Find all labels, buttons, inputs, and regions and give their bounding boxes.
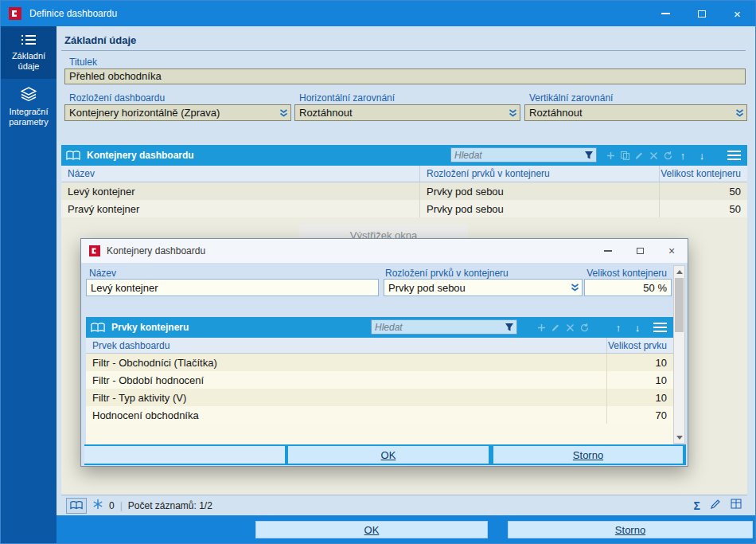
grid-edit-icon[interactable] (731, 499, 742, 512)
ok-button[interactable]: OK (288, 446, 489, 464)
table-row[interactable]: Levý kontejner Prvky pod sebou 50 (61, 182, 747, 200)
cell-velikost: 10 (606, 371, 673, 389)
edit-record-icon (634, 151, 645, 161)
window-controls: × (648, 1, 755, 26)
footer-bar: OK Storno (57, 515, 755, 543)
refresh-icon (579, 323, 590, 333)
chevron-down-icon[interactable] (505, 105, 520, 120)
table-row[interactable]: Filtr - Období hodnocení 10 (86, 371, 673, 389)
app-logo-icon (9, 7, 21, 20)
column-header-velikost[interactable]: Velikost kontejneru (659, 166, 747, 182)
list-icon (21, 37, 37, 48)
status-bar-tools: Σ (694, 499, 742, 512)
containers-grid-column-headers: Název Rozložení prvků v kontejneru Velik… (61, 166, 747, 182)
layout-select[interactable]: Prvky pod sebou (384, 279, 583, 296)
table-row[interactable]: Hodnocení obchodníka 70 (86, 406, 673, 424)
scroll-down-icon[interactable] (674, 432, 684, 443)
layout-select-value: Kontejnery horizontálně (Zprava) (65, 107, 276, 119)
table-row[interactable]: Pravý kontejner Prvky pod sebou 50 (61, 200, 747, 217)
size-input[interactable]: 50 % (584, 279, 672, 296)
nazev-input[interactable]: Levý kontejner (86, 279, 379, 296)
column-header-rozlozeni[interactable]: Rozložení prvků v kontejneru (419, 166, 659, 182)
elements-search (371, 319, 517, 335)
move-down-icon[interactable]: ↓ (695, 145, 709, 166)
move-up-icon[interactable]: ↑ (611, 317, 625, 338)
cell-velikost: 10 (606, 354, 673, 371)
app-logo-icon (89, 245, 100, 256)
scrollbar-thumb[interactable] (675, 278, 684, 332)
move-down-icon[interactable]: ↓ (630, 317, 645, 338)
move-up-icon[interactable]: ↑ (676, 145, 690, 166)
delete-record-icon (565, 323, 575, 333)
sidebar: Základní údaje Integrační parametry (1, 26, 57, 543)
column-header-velikost[interactable]: Velikost prvku (606, 338, 673, 353)
minimize-button[interactable] (648, 1, 684, 26)
cell-nazev: Pravý kontejner (61, 200, 419, 217)
layout-select[interactable]: Kontejnery horizontálně (Zprava) (64, 104, 291, 121)
container-detail-dialog: Kontejnery dashboardu × Název Rozložení … (80, 238, 688, 467)
chevron-down-icon[interactable] (276, 105, 290, 120)
table-row[interactable]: Filtr - Typ aktivity (V) 10 (86, 389, 673, 406)
containers-search (450, 147, 597, 162)
grid-menu-icon[interactable] (653, 323, 667, 333)
button-bar-spacer (84, 446, 285, 464)
filter-icon[interactable] (505, 323, 514, 332)
section-divider (61, 50, 746, 51)
horizontal-align-value: Roztáhnout (295, 107, 505, 119)
pencil-icon[interactable] (710, 499, 721, 512)
column-header-prvek[interactable]: Prvek dashboardu (86, 338, 606, 353)
elements-grid-column-headers: Prvek dashboardu Velikost prvku (86, 338, 673, 354)
storno-button[interactable]: Storno (508, 521, 753, 538)
sum-icon[interactable]: Σ (694, 499, 700, 512)
maximize-button[interactable] (684, 1, 719, 26)
modal-titlebar: Kontejnery dashboardu × (81, 239, 688, 263)
maximize-button[interactable] (624, 239, 656, 263)
cell-prvek: Filtr - Období hodnocení (86, 371, 606, 389)
column-header-nazev[interactable]: Název (61, 166, 419, 182)
size-label: Velikost kontejneru (586, 268, 667, 279)
close-button[interactable]: × (719, 1, 755, 26)
titulek-input[interactable]: Přehled obchodníka (64, 68, 746, 84)
ok-button[interactable]: OK (255, 521, 488, 538)
containers-grid-header: Kontejnery dashboardu ↑ ↓ (61, 145, 747, 166)
minimize-icon (661, 13, 670, 14)
new-record-icon (606, 151, 616, 161)
scroll-up-icon[interactable] (674, 266, 684, 277)
cell-velikost: 10 (606, 389, 673, 406)
filter-icon[interactable] (584, 151, 594, 160)
sidebar-item-integracni-parametry[interactable]: Integrační parametry (1, 79, 57, 135)
minimize-button[interactable] (592, 239, 624, 263)
disabled-toolbar-icons (606, 145, 673, 166)
cell-velikost: 70 (606, 406, 673, 424)
modal-window-controls: × (592, 239, 688, 263)
modal-button-bar: OK Storno (84, 444, 686, 465)
close-button[interactable]: × (656, 239, 688, 263)
storno-button[interactable]: Storno (493, 446, 683, 464)
grid-empty-area (86, 424, 673, 444)
cell-prvek: Filtr - Typ aktivity (V) (86, 389, 606, 406)
chevron-down-icon[interactable] (567, 280, 582, 295)
table-row[interactable]: Filtr - Obchodníci (Tlačítka) 10 (86, 354, 673, 371)
cell-rozlozeni: Prvky pod sebou (419, 200, 659, 217)
sidebar-item-zakladni-udaje[interactable]: Základní údaje (1, 26, 57, 79)
layout-select-value: Prvky pod sebou (384, 282, 567, 294)
horizontal-align-select[interactable]: Roztáhnout (294, 104, 520, 121)
maximize-icon (698, 10, 706, 18)
chevron-down-icon[interactable] (732, 105, 746, 120)
grid-status-bar: 0 | Počet záznamů: 1/2 Σ (61, 495, 747, 515)
search-input[interactable] (372, 322, 505, 333)
titulek-label: Titulek (69, 57, 97, 68)
cell-prvek: Filtr - Obchodníci (Tlačítka) (86, 354, 606, 371)
book-view-button[interactable] (66, 498, 87, 514)
search-input[interactable] (451, 150, 584, 161)
record-count-label: Počet záznamů: 1/2 (128, 500, 212, 511)
vertical-scrollbar[interactable] (673, 265, 685, 444)
elements-grid-header: Prvky kontejneru ↑ ↓ (86, 317, 673, 338)
vertical-align-label: Vertikální zarovnání (529, 92, 613, 104)
vertical-align-select[interactable]: Roztáhnout (524, 104, 747, 121)
layers-icon (21, 92, 37, 104)
horizontal-align-label: Horizontální zarovnání (299, 92, 395, 104)
grid-menu-icon[interactable] (727, 151, 741, 161)
grid-title: Kontejnery dashboardu (87, 150, 194, 161)
vertical-align-value: Roztáhnout (525, 107, 732, 119)
